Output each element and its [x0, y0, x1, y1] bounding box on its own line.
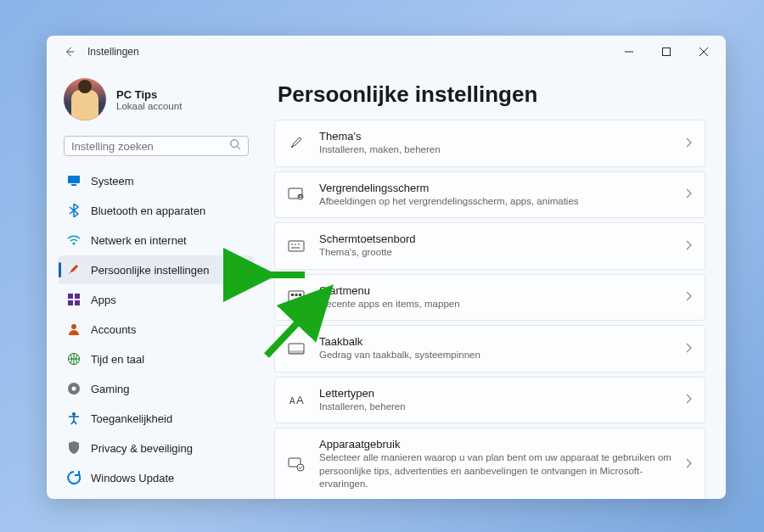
chevron-right-icon: [686, 187, 693, 202]
svg-rect-8: [75, 300, 80, 305]
card-title: Thema's: [319, 130, 672, 143]
svg-text:A: A: [296, 394, 304, 406]
sidebar: PC Tips Lokaal account SysteemBluetooth …: [47, 68, 261, 499]
user-block[interactable]: PC Tips Lokaal account: [59, 75, 254, 131]
window-controls: [610, 39, 722, 64]
back-button[interactable]: [59, 41, 81, 63]
card-thema-s[interactable]: Thema's Installeren, maken, beheren: [274, 120, 705, 167]
sidebar-item-tijd-en-taal[interactable]: Tijd en taal: [59, 344, 254, 373]
svg-rect-21: [299, 294, 301, 296]
chevron-right-icon: [686, 392, 693, 407]
chevron-right-icon: [686, 456, 693, 472]
svg-rect-20: [295, 294, 298, 296]
sidebar-item-persoonlijke-instellingen[interactable]: Persoonlijke instellingen: [59, 255, 254, 284]
chevron-right-icon: [686, 289, 693, 305]
svg-point-4: [73, 243, 76, 245]
maximize-button[interactable]: [648, 39, 685, 64]
svg-point-27: [297, 464, 304, 471]
svg-rect-7: [68, 300, 73, 305]
chevron-right-icon: [686, 238, 693, 254]
avatar: [64, 78, 106, 120]
search-icon: [229, 138, 241, 154]
lockscreen-icon: [287, 188, 306, 201]
globe-icon: [67, 352, 81, 366]
card-title: Schermtoetsenbord: [319, 232, 672, 245]
svg-rect-2: [68, 176, 80, 183]
card-subtitle: Selecteer alle manieren waarop u van pla…: [319, 451, 672, 491]
sidebar-item-apps[interactable]: Apps: [59, 285, 254, 314]
sidebar-item-systeem[interactable]: Systeem: [59, 166, 254, 195]
svg-point-12: [72, 387, 76, 391]
nav-list: SysteemBluetooth en apparatenNetwerk en …: [59, 166, 254, 492]
main-content: Persoonlijke instellingen Thema's Instal…: [261, 68, 726, 499]
svg-rect-23: [289, 350, 304, 354]
search-input[interactable]: [71, 140, 229, 153]
sidebar-item-label: Privacy & beveiliging: [91, 442, 193, 455]
gaming-icon: [67, 382, 81, 395]
svg-rect-17: [289, 241, 304, 251]
taskbar-icon: [287, 343, 306, 355]
sidebar-item-label: Persoonlijke instellingen: [91, 264, 209, 277]
page-title: Persoonlijke instellingen: [278, 81, 705, 108]
brush-outline-icon: [287, 136, 306, 151]
sidebar-item-label: Gaming: [91, 383, 130, 395]
svg-rect-5: [68, 294, 73, 299]
sidebar-item-label: Bluetooth en apparaten: [91, 204, 205, 217]
brush-icon: [67, 263, 81, 277]
window-title: Instellingen: [87, 46, 610, 58]
grid-icon: [67, 293, 81, 306]
accessibility-icon: [67, 412, 81, 425]
sidebar-item-gaming[interactable]: Gaming: [59, 374, 254, 403]
chevron-right-icon: [686, 341, 693, 356]
card-title: Taakbalk: [319, 335, 672, 348]
card-subtitle: Recente apps en items, mappen: [319, 298, 672, 311]
card-title: Lettertypen: [319, 387, 672, 400]
card-vergrendelingsscherm[interactable]: Vergrendelingsscherm Afbeeldingen op het…: [274, 171, 705, 219]
startmenu-icon: [287, 290, 306, 304]
sidebar-item-bluetooth-en-apparaten[interactable]: Bluetooth en apparaten: [59, 196, 254, 225]
user-subtitle: Lokaal account: [116, 101, 182, 111]
sidebar-item-netwerk-en-internet[interactable]: Netwerk en internet: [59, 226, 254, 255]
sidebar-item-toegankelijkheid[interactable]: Toegankelijkheid: [59, 404, 254, 433]
card-title: Apparaatgebruik: [319, 438, 672, 451]
card-apparaatgebruik[interactable]: Apparaatgebruik Selecteer alle manieren …: [274, 428, 705, 499]
svg-point-13: [72, 412, 76, 416]
sidebar-item-label: Accounts: [91, 323, 136, 336]
keyboard-icon: [287, 240, 306, 252]
svg-point-9: [71, 324, 76, 329]
card-list: Thema's Installeren, maken, beheren Verg…: [274, 120, 705, 499]
person-icon: [67, 322, 81, 336]
fonts-icon: AA: [287, 393, 306, 406]
wifi-icon: [67, 233, 81, 247]
search-box[interactable]: [64, 136, 249, 156]
user-name: PC Tips: [116, 88, 182, 101]
card-subtitle: Installeren, beheren: [319, 400, 672, 414]
card-lettertypen[interactable]: AA Lettertypen Installeren, beheren: [274, 377, 705, 424]
deviceusage-icon: [287, 456, 306, 472]
svg-rect-18: [289, 291, 304, 303]
card-subtitle: Thema's, grootte: [319, 246, 672, 260]
sidebar-item-label: Apps: [91, 294, 116, 306]
card-title: Vergrendelingsscherm: [319, 182, 672, 194]
card-subtitle: Installeren, maken, beheren: [319, 143, 672, 157]
svg-point-1: [231, 140, 239, 148]
svg-rect-19: [291, 294, 294, 296]
sidebar-item-accounts[interactable]: Accounts: [59, 315, 254, 344]
card-schermtoetsenbord[interactable]: Schermtoetsenbord Thema's, grootte: [274, 222, 705, 270]
card-taakbalk[interactable]: Taakbalk Gedrag van taakbalk, systeempin…: [274, 325, 705, 372]
close-button[interactable]: [685, 39, 722, 64]
sidebar-item-label: Toegankelijkheid: [91, 412, 172, 425]
minimize-button[interactable]: [610, 39, 648, 64]
shield-icon: [67, 441, 81, 455]
svg-text:A: A: [289, 396, 295, 406]
chevron-right-icon: [686, 136, 693, 151]
sidebar-item-label: Windows Update: [91, 472, 174, 484]
sidebar-item-windows-update[interactable]: Windows Update: [59, 463, 254, 492]
sidebar-item-label: Systeem: [91, 175, 134, 188]
svg-rect-0: [663, 48, 671, 56]
card-startmenu[interactable]: Startmenu Recente apps en items, mappen: [274, 274, 705, 322]
titlebar: Instellingen: [47, 36, 726, 68]
sidebar-item-label: Tijd en taal: [91, 353, 144, 366]
bluetooth-icon: [67, 204, 81, 217]
sidebar-item-privacy-beveiliging[interactable]: Privacy & beveiliging: [59, 434, 254, 462]
